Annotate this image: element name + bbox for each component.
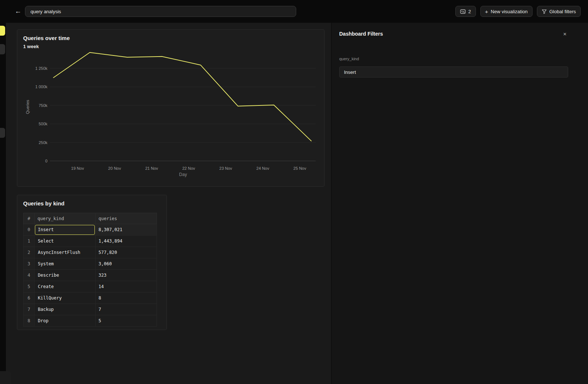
query-kind-cell[interactable]: Create xyxy=(35,281,96,293)
query-kind-cell[interactable]: Drop xyxy=(35,315,96,327)
rail-tab[interactable] xyxy=(0,128,5,138)
svg-text:1 000k: 1 000k xyxy=(35,85,48,89)
dashboard-filters-panel: Dashboard Filters ✕ query_kind xyxy=(331,23,588,384)
panel-icon xyxy=(460,9,466,14)
svg-text:500k: 500k xyxy=(39,122,47,126)
queries-cell[interactable]: 3,060 xyxy=(96,258,157,270)
back-button[interactable]: ← xyxy=(12,6,24,17)
main-content: Queries over time 1 week 0250k500k750k1 … xyxy=(6,23,331,384)
column-header-index[interactable]: # xyxy=(24,213,35,224)
table-row[interactable]: 8Drop5 xyxy=(24,315,157,327)
app-root: ← 2 + New visualization Global filters xyxy=(0,0,588,384)
top-bar: ← 2 + New visualization Global filters xyxy=(0,0,588,23)
row-index-cell: 5 xyxy=(24,281,35,293)
queries-cell[interactable]: 14 xyxy=(96,281,157,293)
table-row[interactable]: 1Select1,443,894 xyxy=(24,236,157,247)
svg-text:Day: Day xyxy=(179,172,187,177)
table-row[interactable]: 5Create14 xyxy=(24,281,157,293)
queries-over-time-card: Queries over time 1 week 0250k500k750k1 … xyxy=(17,29,325,187)
queries-cell[interactable]: 5 xyxy=(96,315,157,327)
query-kind-cell[interactable]: Describe xyxy=(35,270,96,281)
new-visualization-label: New visualization xyxy=(491,9,527,14)
row-index-cell: 1 xyxy=(24,236,35,247)
query-kind-cell[interactable]: KillQuery xyxy=(35,293,96,304)
svg-text:21 Nov: 21 Nov xyxy=(145,166,158,171)
new-visualization-button[interactable]: + New visualization xyxy=(480,6,533,17)
table-row[interactable]: 4Describe323 xyxy=(24,270,157,281)
column-header-queries[interactable]: queries xyxy=(96,213,157,224)
table-row[interactable]: 3System3,060 xyxy=(24,258,157,270)
queries-by-kind-table: #query_kindqueries 0Insert8,307,0211Sele… xyxy=(23,213,157,327)
svg-text:19 Nov: 19 Nov xyxy=(71,166,84,171)
queries-over-time-chart[interactable]: 0250k500k750k1 000k1 250k19 Nov20 Nov21 … xyxy=(17,30,325,187)
svg-text:23 Nov: 23 Nov xyxy=(219,166,232,171)
column-header-query_kind[interactable]: query_kind xyxy=(35,213,96,224)
svg-text:250k: 250k xyxy=(39,140,47,145)
row-index-cell: 4 xyxy=(24,270,35,281)
svg-text:1 250k: 1 250k xyxy=(35,66,48,71)
filters-panel-title: Dashboard Filters xyxy=(339,31,383,37)
svg-text:22 Nov: 22 Nov xyxy=(182,166,195,171)
filter-funnel-icon xyxy=(542,9,547,14)
svg-text:20 Nov: 20 Nov xyxy=(108,166,121,171)
close-icon: ✕ xyxy=(563,32,567,37)
filter-field-label: query_kind xyxy=(339,57,359,61)
queries-cell[interactable]: 323 xyxy=(96,270,157,281)
table-row[interactable]: 6KillQuery8 xyxy=(24,293,157,304)
query-kind-cell[interactable]: Backup xyxy=(35,304,96,315)
svg-text:750k: 750k xyxy=(39,103,47,108)
queries-cell[interactable]: 577,820 xyxy=(96,247,157,258)
dashboard-title-input[interactable] xyxy=(25,6,296,17)
rail-tab[interactable] xyxy=(0,44,5,54)
filter-query-kind-input[interactable] xyxy=(339,67,568,78)
svg-text:0: 0 xyxy=(45,159,47,163)
row-index-cell: 6 xyxy=(24,293,35,304)
queries-cell[interactable]: 8 xyxy=(96,293,157,304)
global-filters-label: Global filters xyxy=(549,9,576,14)
row-index-cell: 2 xyxy=(24,247,35,258)
topbar-actions: 2 + New visualization Global filters xyxy=(455,6,581,17)
queries-by-kind-card: Queries by kind #query_kindqueries 0Inse… xyxy=(17,195,167,330)
queries-cell[interactable]: 7 xyxy=(96,304,157,315)
queries-cell[interactable]: 1,443,894 xyxy=(96,236,157,247)
query-kind-cell[interactable]: AsyncInsertFlush xyxy=(35,247,96,258)
visualization-count-button[interactable]: 2 xyxy=(455,6,476,17)
svg-text:Queries: Queries xyxy=(25,100,30,114)
back-arrow-icon: ← xyxy=(15,7,21,15)
row-index-cell: 3 xyxy=(24,258,35,270)
table-row[interactable]: 2AsyncInsertFlush577,820 xyxy=(24,247,157,258)
rail-tab-active[interactable] xyxy=(0,26,5,36)
row-index-cell: 8 xyxy=(24,315,35,327)
bottom-left-block xyxy=(0,371,11,384)
query-kind-cell[interactable]: System xyxy=(35,258,96,270)
query-kind-cell[interactable]: Select xyxy=(35,236,96,247)
table-row[interactable]: 0Insert8,307,021 xyxy=(24,224,157,236)
query-kind-cell[interactable]: Insert xyxy=(35,224,96,236)
svg-text:25 Nov: 25 Nov xyxy=(293,166,306,171)
table-row[interactable]: 7Backup7 xyxy=(24,304,157,315)
left-rail: ⟳ xyxy=(0,23,6,384)
svg-text:24 Nov: 24 Nov xyxy=(257,166,269,171)
table-header-row: #query_kindqueries xyxy=(24,213,157,224)
row-index-cell: 7 xyxy=(24,304,35,315)
close-filters-button[interactable]: ✕ xyxy=(561,30,569,38)
table-title: Queries by kind xyxy=(23,200,65,207)
global-filters-button[interactable]: Global filters xyxy=(537,6,581,17)
visualization-count: 2 xyxy=(468,9,471,14)
queries-cell[interactable]: 8,307,021 xyxy=(96,224,157,236)
row-index-cell: 0 xyxy=(24,224,35,236)
plus-icon: + xyxy=(485,9,488,14)
